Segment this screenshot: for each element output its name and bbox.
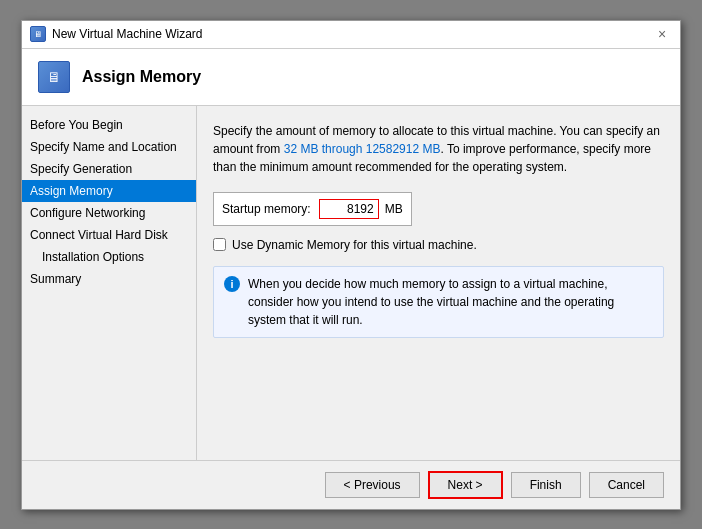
sidebar-item-specify-name-location[interactable]: Specify Name and Location: [22, 136, 196, 158]
memory-label: Startup memory:: [222, 202, 311, 216]
header-icon: 🖥: [38, 61, 70, 93]
description-text: Specify the amount of memory to allocate…: [213, 122, 664, 176]
memory-range-link: 32 MB through 12582912 MB: [284, 142, 441, 156]
wizard-window: 🖥 New Virtual Machine Wizard × 🖥 Assign …: [21, 20, 681, 510]
content-area: Specify the amount of memory to allocate…: [197, 106, 680, 460]
finish-button[interactable]: Finish: [511, 472, 581, 498]
info-box: i When you decide how much memory to ass…: [213, 266, 664, 338]
window-title: New Virtual Machine Wizard: [52, 27, 652, 41]
sidebar-item-configure-networking[interactable]: Configure Networking: [22, 202, 196, 224]
main-content: Before You Begin Specify Name and Locati…: [22, 106, 680, 460]
footer: < Previous Next > Finish Cancel: [22, 460, 680, 509]
sidebar-item-connect-virtual-hard-disk[interactable]: Connect Virtual Hard Disk: [22, 224, 196, 246]
startup-memory-input[interactable]: [319, 199, 379, 219]
memory-unit: MB: [385, 202, 403, 216]
window-icon: 🖥: [30, 26, 46, 42]
previous-button[interactable]: < Previous: [325, 472, 420, 498]
sidebar: Before You Begin Specify Name and Locati…: [22, 106, 197, 460]
dynamic-memory-label[interactable]: Use Dynamic Memory for this virtual mach…: [232, 238, 477, 252]
memory-row: Startup memory: MB: [213, 192, 412, 226]
sidebar-item-assign-memory[interactable]: Assign Memory: [22, 180, 196, 202]
cancel-button[interactable]: Cancel: [589, 472, 664, 498]
close-button[interactable]: ×: [652, 24, 672, 44]
sidebar-item-summary[interactable]: Summary: [22, 268, 196, 290]
dynamic-memory-row: Use Dynamic Memory for this virtual mach…: [213, 238, 664, 252]
page-header: 🖥 Assign Memory: [22, 49, 680, 106]
title-bar: 🖥 New Virtual Machine Wizard ×: [22, 21, 680, 49]
sidebar-item-installation-options[interactable]: Installation Options: [22, 246, 196, 268]
next-button[interactable]: Next >: [428, 471, 503, 499]
page-title: Assign Memory: [82, 68, 201, 86]
sidebar-item-before-you-begin[interactable]: Before You Begin: [22, 114, 196, 136]
sidebar-item-specify-generation[interactable]: Specify Generation: [22, 158, 196, 180]
info-text: When you decide how much memory to assig…: [248, 275, 653, 329]
info-icon: i: [224, 276, 240, 292]
dynamic-memory-checkbox[interactable]: [213, 238, 226, 251]
